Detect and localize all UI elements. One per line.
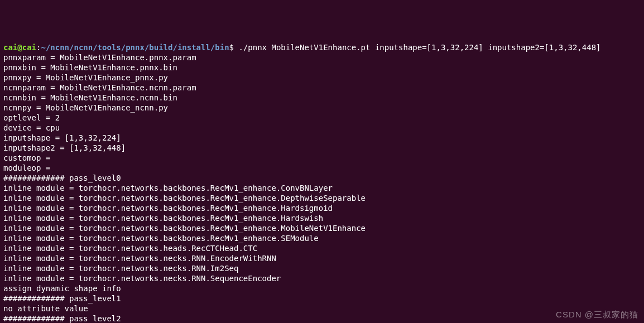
output-line: ############# pass_level2 bbox=[3, 314, 121, 323]
prompt-user: cai@cai bbox=[3, 43, 36, 52]
output-line: ncnnbin = MobileNetV1Enhance.ncnn.bin bbox=[3, 93, 177, 102]
output-line: inline module = torchocr.networks.backbo… bbox=[3, 214, 323, 223]
prompt-path: ~/ncnn/ncnn/tools/pnnx/build/install/bin bbox=[41, 43, 229, 52]
output-line: ############# pass_level0 bbox=[3, 173, 121, 182]
output-line: assign dynamic shape info bbox=[3, 284, 121, 293]
output-line: inline module = torchocr.networks.necks.… bbox=[3, 254, 276, 263]
output-line: ncnnparam = MobileNetV1Enhance.ncnn.para… bbox=[3, 83, 196, 92]
output-line: inline module = torchocr.networks.backbo… bbox=[3, 204, 333, 213]
output-line: inputshape2 = [1,3,32,448] bbox=[3, 143, 126, 152]
prompt-dollar: $ bbox=[229, 43, 234, 52]
output-line: moduleop = bbox=[3, 163, 50, 172]
output-line: ncnnpy = MobileNetV1Enhance_ncnn.py bbox=[3, 103, 168, 112]
command-text: ./pnnx MobileNetV1Enhance.pt inputshape=… bbox=[234, 43, 600, 52]
output-line: inline module = torchocr.networks.necks.… bbox=[3, 274, 281, 283]
output-line: pnnxbin = MobileNetV1Enhance.pnnx.bin bbox=[3, 63, 177, 72]
output-line: inline module = torchocr.networks.heads.… bbox=[3, 244, 257, 253]
output-line: inline module = torchocr.networks.backbo… bbox=[3, 224, 366, 233]
output-line: pnnxpy = MobileNetV1Enhance_pnnx.py bbox=[3, 73, 168, 82]
output-line: inputshape = [1,3,32,224] bbox=[3, 133, 121, 142]
output-line: inline module = torchocr.networks.backbo… bbox=[3, 234, 319, 243]
output-line: inline module = torchocr.networks.backbo… bbox=[3, 194, 366, 203]
output-line: customop = bbox=[3, 153, 50, 162]
output-line: inline module = torchocr.networks.necks.… bbox=[3, 264, 238, 273]
terminal[interactable]: cai@cai:~/ncnn/ncnn/tools/pnnx/build/ins… bbox=[3, 42, 641, 323]
output-line: no attribute value bbox=[3, 304, 88, 313]
output-line: ############# pass_level1 bbox=[3, 294, 121, 303]
output-line: pnnxparam = MobileNetV1Enhance.pnnx.para… bbox=[3, 53, 196, 62]
output-line: optlevel = 2 bbox=[3, 113, 60, 122]
watermark: CSDN @三叔家的猫 bbox=[556, 310, 638, 320]
output-line: device = cpu bbox=[3, 123, 60, 132]
output-line: inline module = torchocr.networks.backbo… bbox=[3, 184, 333, 192]
